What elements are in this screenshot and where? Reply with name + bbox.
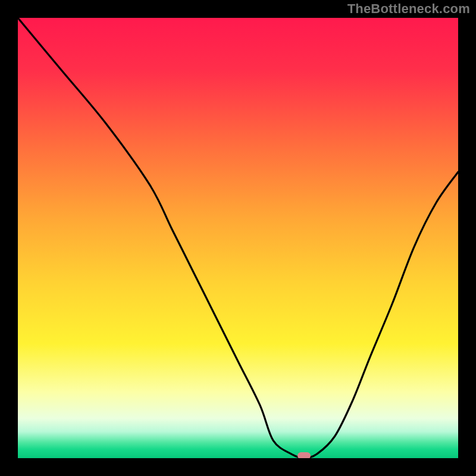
watermark-text: TheBottleneck.com bbox=[347, 1, 470, 17]
chart-frame: TheBottleneck.com bbox=[0, 0, 476, 476]
plot-area bbox=[18, 18, 458, 458]
bottleneck-curve bbox=[18, 18, 458, 458]
optimal-marker bbox=[298, 452, 311, 458]
